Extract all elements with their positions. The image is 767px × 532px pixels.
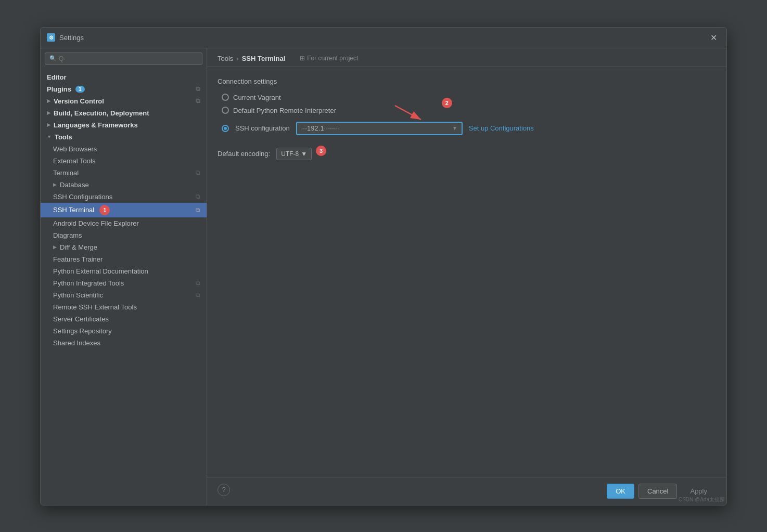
sidebar-item-label: Build, Execution, Deployment [54, 109, 149, 117]
encoding-container: UTF-8 ▼ 3 [276, 148, 312, 160]
breadcrumb: Tools › SSH Terminal [218, 55, 285, 62]
sidebar-item-python-ext-doc[interactable]: Python External Documentation [41, 265, 207, 277]
copy-icon: ⧉ [196, 206, 200, 214]
set-up-configurations-link[interactable]: Set up Configurations [469, 124, 534, 132]
search-input[interactable] [59, 55, 198, 62]
sidebar-item-label: Python Scientific [53, 291, 103, 299]
sidebar-item-diff-merge[interactable]: ▶ Diff & Merge [41, 241, 207, 253]
sidebar-item-label: Plugins [47, 85, 71, 93]
expand-arrow-icon: ▼ [47, 134, 52, 139]
sidebar-item-label: External Tools [53, 157, 95, 165]
encoding-value: UTF-8 [281, 150, 299, 158]
sidebar-item-database[interactable]: ▶ Database [41, 179, 207, 191]
dialog-title: Settings [59, 34, 703, 42]
sidebar-item-server-certs[interactable]: Server Certificates [41, 313, 207, 325]
sidebar-item-label: Settings Repository [53, 327, 112, 335]
sidebar-item-tools[interactable]: ▼ Tools [41, 131, 207, 143]
sidebar-item-android-device[interactable]: Android Device File Explorer [41, 217, 207, 229]
sidebar-item-build[interactable]: ▶ Build, Execution, Deployment [41, 107, 207, 119]
copy-icon: ⧉ [196, 169, 200, 176]
sidebar-item-label: Editor [47, 73, 67, 81]
help-area: ? [218, 484, 230, 499]
expand-arrow-icon: ▶ [47, 98, 50, 103]
plugins-badge: 1 [75, 86, 85, 93]
bottom-bar: ? OK Cancel Apply [207, 477, 726, 505]
sidebar-item-label: Server Certificates [53, 315, 109, 323]
ssh-config-dropdown[interactable]: ···192.1········ ▼ [296, 122, 463, 135]
sidebar-item-external-tools[interactable]: External Tools [41, 155, 207, 167]
radio-group: Current Vagrant Default Python Remote In… [222, 94, 716, 135]
settings-dialog: ⚙ Settings ✕ 🔍 Editor Plugins [40, 27, 727, 505]
sidebar-item-remote-ssh[interactable]: Remote SSH External Tools [41, 301, 207, 313]
encoding-dropdown[interactable]: UTF-8 ▼ [276, 148, 312, 160]
copy-icon: ⧉ [196, 97, 200, 105]
sidebar-item-ssh-terminal[interactable]: SSH Terminal 1 ⧉ [41, 203, 207, 217]
search-box[interactable]: 🔍 [45, 53, 202, 65]
sidebar-item-languages[interactable]: ▶ Languages & Frameworks [41, 119, 207, 131]
sidebar-item-shared-indexes[interactable]: Shared Indexes [41, 337, 207, 349]
section-title: Connection settings [218, 77, 716, 85]
annotation-3-badge: 3 [316, 146, 326, 156]
dropdown-arrow-icon: ▼ [452, 125, 457, 131]
copy-icon: ⧉ [196, 193, 200, 200]
sidebar-item-settings-repo[interactable]: Settings Repository [41, 325, 207, 337]
sidebar-item-label: Diagrams [53, 231, 82, 239]
radio-default-python[interactable]: Default Python Remote Interpreter [222, 107, 716, 114]
encoding-row: Default encoding: UTF-8 ▼ 3 [218, 148, 716, 160]
expand-arrow-icon: ▶ [53, 244, 57, 250]
sidebar-item-label: Terminal [53, 169, 79, 177]
sidebar-item-label: Remote SSH External Tools [53, 303, 137, 311]
dropdown-value: ···192.1········ [301, 125, 340, 132]
sidebar-item-label: Android Device File Explorer [53, 219, 139, 227]
sidebar-item-version-control[interactable]: ▶ Version Control ⧉ [41, 95, 207, 107]
expand-arrow-icon: ▶ [53, 182, 57, 187]
ssh-config-section: SSH configuration [222, 120, 716, 135]
sidebar-item-label: Web Browsers [53, 145, 97, 153]
sidebar-item-label: Shared Indexes [53, 339, 100, 347]
breadcrumb-parent: Tools [218, 55, 233, 62]
sidebar-item-terminal[interactable]: Terminal ⧉ [41, 167, 207, 179]
sidebar-item-label: Python External Documentation [53, 267, 148, 275]
main-content: 🔍 Editor Plugins 1 ⧉ ▶ [41, 48, 726, 505]
sidebar-item-label: Version Control [54, 97, 104, 105]
annotation-2-badge: 2 [442, 98, 452, 108]
expand-arrow-icon: ▶ [47, 122, 50, 127]
radio-circle-ssh[interactable] [222, 125, 229, 132]
sidebar-item-label: Diff & Merge [60, 243, 97, 251]
sidebar-item-diagrams[interactable]: Diagrams [41, 229, 207, 241]
panel-header: Tools › SSH Terminal ⊞ For current proje… [207, 48, 726, 67]
sidebar-item-label: Tools [55, 133, 72, 141]
app-icon: ⚙ [47, 33, 55, 42]
sidebar: 🔍 Editor Plugins 1 ⧉ ▶ [41, 48, 207, 505]
sidebar-item-label: Languages & Frameworks [54, 121, 138, 129]
close-button[interactable]: ✕ [707, 32, 720, 44]
sidebar-item-python-int-tools[interactable]: Python Integrated Tools ⧉ [41, 277, 207, 289]
sidebar-item-python-scientific[interactable]: Python Scientific ⧉ [41, 289, 207, 301]
sidebar-item-label: Database [60, 181, 89, 189]
help-button[interactable]: ? [218, 484, 230, 496]
encoding-arrow-icon: ▼ [301, 150, 307, 158]
radio-current-vagrant[interactable]: Current Vagrant [222, 94, 716, 101]
sidebar-item-label: SSH Configurations [53, 193, 112, 201]
sidebar-item-plugins[interactable]: Plugins 1 ⧉ [41, 83, 207, 95]
breadcrumb-separator: › [236, 55, 238, 62]
breadcrumb-current: SSH Terminal [242, 55, 286, 62]
cancel-button[interactable]: Cancel [638, 484, 677, 499]
project-icon: ⊞ [300, 55, 305, 62]
expand-arrow-icon: ▶ [47, 110, 50, 115]
watermark: CSDN @Ada太侦探 [679, 496, 725, 503]
ssh-config-row: SSH configuration [222, 122, 716, 135]
sidebar-item-editor[interactable]: Editor [41, 71, 207, 83]
search-icon: 🔍 [49, 55, 57, 62]
sidebar-item-ssh-configurations[interactable]: SSH Configurations ⧉ [41, 191, 207, 203]
panel-body: Connection settings Current Vagrant Defa… [207, 67, 726, 477]
sidebar-item-features-trainer[interactable]: Features Trainer [41, 253, 207, 265]
sidebar-item-web-browsers[interactable]: Web Browsers [41, 143, 207, 155]
ok-button[interactable]: OK [607, 484, 634, 499]
for-project-link[interactable]: ⊞ For current project [300, 55, 358, 62]
right-panel: Tools › SSH Terminal ⊞ For current proje… [207, 48, 726, 505]
sidebar-item-label: Python Integrated Tools [53, 279, 124, 287]
annotation-1-badge: 1 [99, 205, 110, 215]
radio-label: Current Vagrant [233, 94, 281, 101]
for-project-label: For current project [307, 55, 358, 62]
